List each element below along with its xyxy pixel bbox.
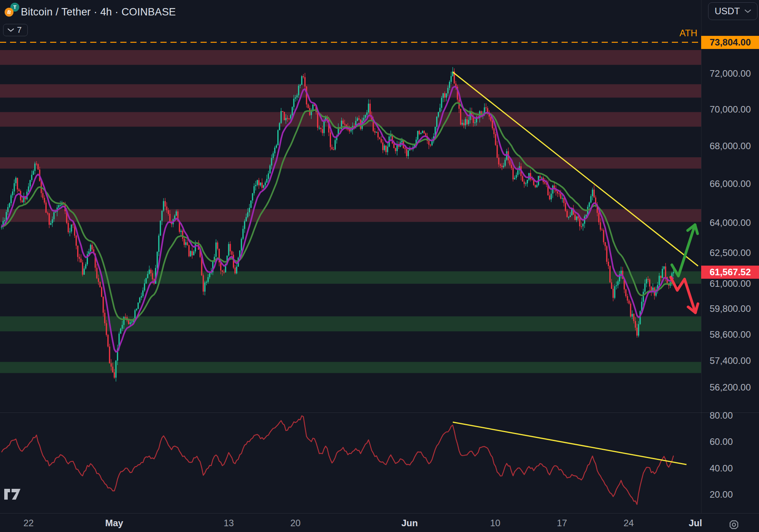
supply-zone: [0, 157, 701, 168]
time-axis-label: Jul: [689, 517, 702, 529]
supply-zone: [0, 209, 701, 222]
time-axis-label: 20: [290, 517, 301, 529]
price-axis-separator: [701, 0, 702, 513]
indicators-count: 7: [17, 25, 22, 35]
demand-zone: [0, 271, 701, 284]
currency-dropdown[interactable]: USDT: [708, 2, 757, 20]
time-axis-label: 22: [24, 517, 34, 529]
rsi-axis-label: 80.00: [710, 410, 733, 421]
rsi-axis-label: 60.00: [710, 436, 733, 448]
price-axis-label: 56,200.00: [710, 382, 751, 393]
price-axis-label: 59,800.00: [710, 303, 751, 315]
indicators-collapse-button[interactable]: 7: [3, 24, 28, 36]
currency-label: USDT: [715, 6, 740, 17]
price-axis-label: 66,000.00: [710, 178, 751, 190]
pane-separator[interactable]: [0, 412, 759, 413]
chevron-down-icon: [8, 28, 14, 32]
price-axis-label: 57,400.00: [710, 355, 751, 367]
supply-zone: [0, 84, 701, 98]
rsi-trendline[interactable]: [453, 422, 686, 465]
tradingview-app: { "header": { "title": "Bitcoin / Tether…: [0, 0, 759, 532]
chart-canvas[interactable]: [0, 0, 759, 532]
descending-trendline[interactable]: [453, 72, 698, 266]
price-axis-label: 72,000.00: [710, 68, 751, 79]
price-axis-label: 70,000.00: [710, 104, 751, 115]
supply-zone: [0, 112, 701, 127]
bullish-arrow[interactable]: [672, 225, 698, 276]
supply-demand-zones: [0, 50, 701, 373]
rsi-axis-label: 20.00: [710, 489, 733, 500]
rsi-axis-label: 40.00: [710, 463, 733, 474]
time-axis-label: 24: [624, 517, 634, 529]
price-axis-label: 64,000.00: [710, 217, 751, 229]
symbol-icons: T B: [2, 2, 19, 18]
price-axis-label: 62,500.00: [710, 247, 751, 259]
supply-zone: [0, 50, 701, 65]
price-axis-label: 68,000.00: [710, 140, 751, 152]
time-axis-label: 17: [557, 517, 567, 529]
price-axis-label: 58,600.00: [710, 329, 751, 340]
rsi-line: [2, 416, 673, 505]
ath-price-badge: 73,804.00: [701, 36, 759, 49]
demand-zone: [0, 362, 701, 373]
time-axis-label: Jun: [401, 517, 418, 529]
bitcoin-icon: B: [5, 8, 13, 17]
tradingview-logo[interactable]: [3, 488, 21, 500]
chevron-down-icon: [745, 9, 751, 13]
last-price-badge: 61,567.52: [701, 266, 759, 279]
price-axis-label: 61,000.00: [710, 278, 751, 290]
symbol-title[interactable]: Bitcoin / Tether · 4h · COINBASE: [21, 6, 176, 18]
time-axis-separator: [0, 513, 759, 513]
time-axis-label: May: [105, 517, 123, 529]
ath-label: ATH: [680, 28, 697, 39]
time-axis-label: 13: [224, 517, 234, 529]
time-axis-label: 10: [490, 517, 501, 529]
settings-gear-icon[interactable]: [728, 520, 740, 531]
